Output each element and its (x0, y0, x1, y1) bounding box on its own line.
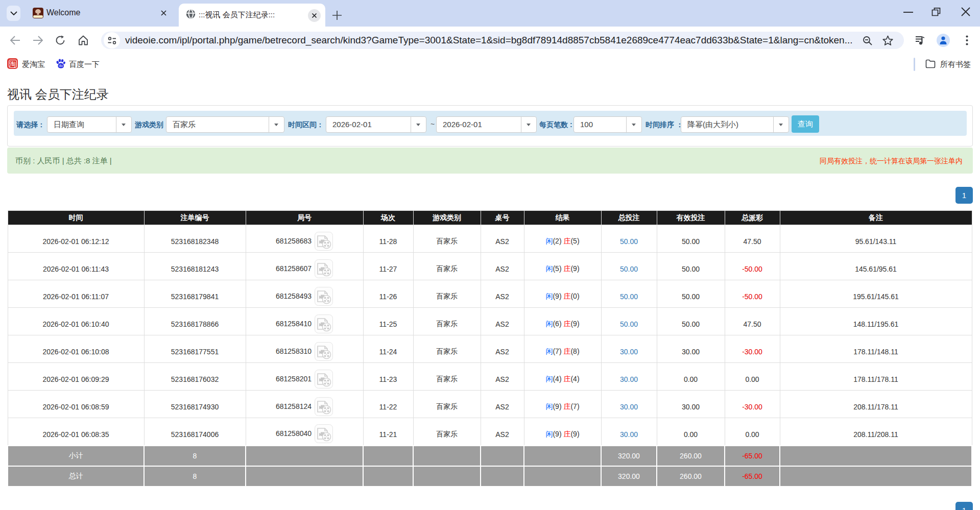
svg-text:du: du (59, 64, 63, 67)
